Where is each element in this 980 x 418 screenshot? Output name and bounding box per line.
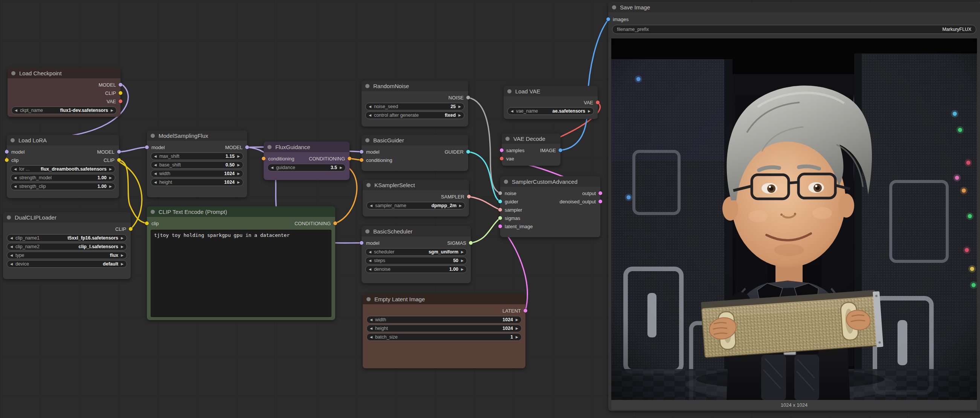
increment-arrow-icon[interactable]: ▶ [237, 172, 240, 175]
widget-filename-prefix[interactable]: filename_prefix MarkuryFLUX [612, 25, 976, 34]
input-port-clip[interactable]: clip [150, 221, 159, 226]
port-dot[interactable] [129, 227, 132, 231]
node-empty-latent-image[interactable]: Empty Latent Image LATENT ◀width1024▶ ◀h… [363, 294, 525, 368]
widget-vae-name[interactable]: ◀vae_nameae.safetensors▶ [508, 107, 594, 115]
input-port-guider[interactable]: guider [504, 199, 518, 205]
node-ksampler-select[interactable]: KSamplerSelect SAMPLER ◀sampler_namedpmp… [363, 180, 469, 216]
port-dot[interactable] [498, 200, 502, 203]
decrement-arrow-icon[interactable]: ◀ [14, 168, 17, 171]
increment-arrow-icon[interactable]: ▶ [109, 176, 112, 180]
port-dot[interactable] [598, 191, 602, 195]
node-model-sampling-flux[interactable]: ModelSamplingFlux model MODEL ◀max_shift… [147, 130, 247, 197]
widget-guidance[interactable]: ◀guidance3.5▶ [267, 164, 346, 171]
increment-arrow-icon[interactable]: ▶ [121, 237, 124, 240]
decrement-arrow-icon[interactable]: ◀ [369, 250, 371, 254]
decrement-arrow-icon[interactable]: ◀ [15, 109, 18, 112]
decrement-arrow-icon[interactable]: ◀ [10, 245, 13, 248]
node-header[interactable]: BasicGuider [361, 135, 468, 145]
node-header[interactable]: RandomNoise [361, 81, 468, 91]
port-dot[interactable] [500, 148, 504, 152]
input-port-noise[interactable]: noise [504, 191, 516, 196]
output-port-clip[interactable]: CLIP [115, 226, 127, 232]
input-port-sampler[interactable]: sampler [504, 207, 522, 213]
output-port-model[interactable]: MODEL [99, 82, 117, 88]
node-vae-decode[interactable]: VAE Decode samples IMAGE vae [502, 133, 560, 166]
increment-arrow-icon[interactable]: ▶ [515, 327, 518, 330]
port-dot[interactable] [360, 150, 363, 154]
output-port-image[interactable]: IMAGE [540, 148, 557, 153]
port-dot[interactable] [5, 150, 9, 154]
port-dot[interactable] [558, 148, 562, 152]
output-port-model[interactable]: MODEL [97, 149, 116, 155]
decrement-arrow-icon[interactable]: ◀ [511, 110, 513, 113]
collapse-dot-icon[interactable] [366, 183, 371, 187]
decrement-arrow-icon[interactable]: ◀ [369, 259, 371, 262]
decrement-arrow-icon[interactable]: ◀ [10, 262, 13, 266]
widget-scheduler[interactable]: ◀schedulersgm_uniform▶ [365, 248, 467, 256]
widget-denoise[interactable]: ◀denoise1.00▶ [365, 265, 467, 273]
port-dot[interactable] [5, 158, 9, 162]
increment-arrow-icon[interactable]: ▶ [109, 185, 112, 188]
port-dot[interactable] [466, 150, 470, 154]
output-port-model[interactable]: MODEL [225, 145, 244, 150]
port-dot[interactable] [523, 309, 527, 313]
input-port-latent-image[interactable]: latent_image [504, 224, 533, 229]
output-port-sampler[interactable]: SAMPLER [441, 194, 466, 200]
widget-max-shift[interactable]: ◀max_shift1.15▶ [151, 153, 243, 160]
increment-arrow-icon[interactable]: ▶ [459, 204, 462, 208]
widget-ckpt-name[interactable]: ◀ckpt_nameflux1-dev.safetensors▶ [11, 106, 117, 114]
widget-clip-name1[interactable]: ◀clip_name1t5xxl_fp16.safetensors▶ [7, 234, 127, 242]
widget-strength-clip[interactable]: ◀strength_clip1.00▶ [11, 183, 115, 190]
port-dot[interactable] [245, 145, 249, 149]
widget-type[interactable]: ◀typeflux▶ [7, 251, 127, 259]
decrement-arrow-icon[interactable]: ◀ [370, 335, 372, 339]
collapse-dot-icon[interactable] [365, 138, 369, 142]
node-header[interactable]: Empty Latent Image [363, 294, 525, 304]
input-port-sigmas[interactable]: sigmas [504, 215, 520, 221]
increment-arrow-icon[interactable]: ▶ [461, 250, 464, 254]
increment-arrow-icon[interactable]: ▶ [121, 245, 124, 248]
collapse-dot-icon[interactable] [11, 71, 16, 75]
node-header[interactable]: VAE Decode [502, 133, 560, 144]
port-dot[interactable] [498, 191, 502, 195]
widget-width[interactable]: ◀width1024▶ [366, 316, 522, 323]
port-dot[interactable] [498, 208, 502, 211]
decrement-arrow-icon[interactable]: ◀ [154, 164, 157, 167]
widget-height[interactable]: ◀height1024▶ [366, 324, 522, 332]
port-dot[interactable] [360, 158, 363, 162]
node-header[interactable]: SamplerCustomAdvanced [500, 176, 600, 187]
input-port-clip[interactable]: clip [10, 157, 19, 163]
node-header[interactable]: Load Checkpoint [8, 68, 121, 78]
collapse-dot-icon[interactable] [366, 297, 371, 301]
port-dot[interactable] [596, 100, 600, 104]
output-port-latent[interactable]: LATENT [503, 308, 522, 314]
input-port-samples[interactable]: samples [505, 148, 524, 153]
collapse-dot-icon[interactable] [612, 5, 616, 10]
collapse-dot-icon[interactable] [508, 89, 511, 94]
output-port-clip[interactable]: CLIP [103, 157, 116, 163]
output-port-sigmas[interactable]: SIGMAS [447, 240, 468, 246]
port-dot[interactable] [500, 157, 504, 161]
output-port-guider[interactable]: GUIDER [444, 149, 465, 155]
input-port-conditioning[interactable]: conditioning [267, 156, 294, 162]
input-port-model[interactable]: model [365, 149, 379, 155]
node-header[interactable]: KSamplerSelect [363, 180, 469, 190]
node-header[interactable]: Save Image [608, 2, 980, 13]
node-header[interactable]: DualCLIPLoader [3, 212, 131, 223]
decrement-arrow-icon[interactable]: ◀ [10, 254, 13, 257]
decrement-arrow-icon[interactable]: ◀ [14, 185, 17, 188]
increment-arrow-icon[interactable]: ▶ [458, 105, 461, 108]
widget-strength-model[interactable]: ◀strength_model1.00▶ [11, 174, 115, 181]
port-dot[interactable] [598, 200, 602, 203]
port-dot[interactable] [606, 17, 610, 21]
port-dot[interactable] [498, 224, 502, 228]
output-port-output[interactable]: output [582, 191, 597, 196]
decrement-arrow-icon[interactable]: ◀ [10, 237, 13, 240]
node-header[interactable]: BasicScheduler [361, 226, 471, 237]
increment-arrow-icon[interactable]: ▶ [588, 110, 590, 113]
port-dot[interactable] [466, 95, 470, 99]
port-dot[interactable] [467, 195, 471, 199]
increment-arrow-icon[interactable]: ▶ [340, 166, 342, 170]
decrement-arrow-icon[interactable]: ◀ [370, 204, 372, 208]
widget-control-after-generate[interactable]: ◀control after generatefixed▶ [365, 111, 465, 119]
